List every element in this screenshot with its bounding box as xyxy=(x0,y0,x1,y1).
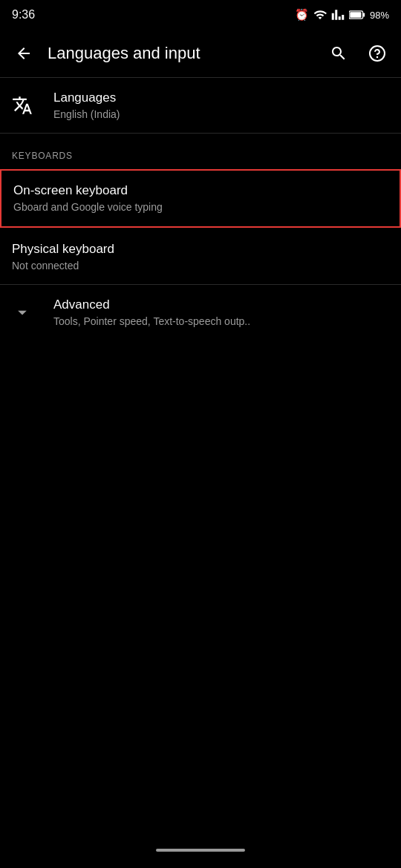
svg-rect-2 xyxy=(363,13,365,16)
keyboards-section-header: KEYBOARDS xyxy=(0,134,401,168)
physical-keyboard-title: Physical keyboard xyxy=(12,241,389,257)
status-time: 9:36 xyxy=(12,8,35,22)
on-screen-keyboard-title: On-screen keyboard xyxy=(13,183,388,199)
help-button[interactable] xyxy=(359,36,395,71)
battery-percentage: 98% xyxy=(370,10,389,21)
svg-rect-1 xyxy=(350,12,361,18)
battery-icon xyxy=(349,10,365,20)
status-bar: 9:36 ⏰ 98% xyxy=(0,0,401,30)
signal-icon xyxy=(331,8,345,22)
back-button[interactable] xyxy=(6,36,42,71)
advanced-title: Advanced xyxy=(53,297,389,313)
physical-keyboard-subtitle: Not connected xyxy=(12,259,389,272)
app-bar: Languages and input xyxy=(0,30,401,77)
physical-keyboard-item[interactable]: Physical keyboard Not connected xyxy=(0,229,401,284)
physical-keyboard-text: Physical keyboard Not connected xyxy=(12,241,389,272)
advanced-text: Advanced Tools, Pointer speed, Text-to-s… xyxy=(53,297,389,328)
advanced-subtitle: Tools, Pointer speed, Text-to-speech out… xyxy=(53,315,389,328)
keyboards-header-text: KEYBOARDS xyxy=(12,151,73,161)
help-icon xyxy=(368,45,386,62)
page-title: Languages and input xyxy=(48,44,315,63)
app-bar-actions xyxy=(321,36,395,71)
chevron-down-icon xyxy=(12,302,33,323)
status-icons: ⏰ 98% xyxy=(295,8,389,22)
on-screen-keyboard-text: On-screen keyboard Gboard and Google voi… xyxy=(13,183,388,214)
nav-bar xyxy=(0,832,401,868)
languages-item[interactable]: Languages English (India) xyxy=(0,78,401,133)
languages-title: Languages xyxy=(53,90,389,106)
on-screen-keyboard-subtitle: Gboard and Google voice typing xyxy=(13,200,388,214)
search-button[interactable] xyxy=(321,36,356,71)
search-icon xyxy=(330,45,348,62)
languages-text: Languages English (India) xyxy=(53,90,389,121)
back-icon xyxy=(15,45,33,62)
languages-subtitle: English (India) xyxy=(53,108,389,121)
home-indicator xyxy=(156,849,245,852)
languages-icon-container xyxy=(12,95,53,116)
wifi-icon xyxy=(313,8,327,22)
advanced-item[interactable]: Advanced Tools, Pointer speed, Text-to-s… xyxy=(0,285,401,340)
on-screen-keyboard-item[interactable]: On-screen keyboard Gboard and Google voi… xyxy=(0,169,401,227)
translate-icon xyxy=(12,95,33,116)
alarm-icon: ⏰ xyxy=(295,8,309,22)
advanced-icon-container xyxy=(12,302,53,323)
